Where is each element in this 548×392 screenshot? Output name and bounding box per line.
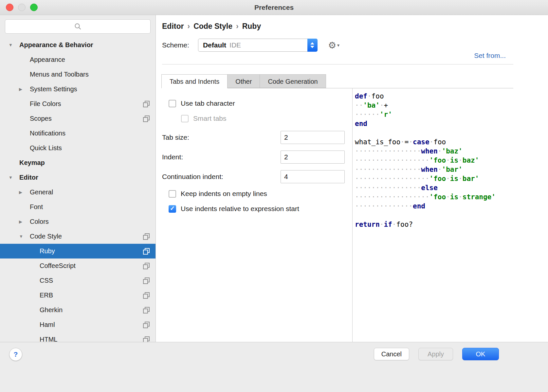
settings-search-field[interactable] — [5, 19, 151, 34]
sidebar-item-coffeescript[interactable]: CoffeeScript — [0, 258, 155, 273]
sidebar-item-scopes[interactable]: Scopes — [0, 111, 155, 126]
tabs-indents-form: Use tab character Smart tabs Tab size: I… — [156, 88, 352, 342]
copy-settings-icon[interactable] — [143, 277, 150, 284]
gear-menu-button[interactable]: ⚙▾ — [328, 40, 339, 51]
sidebar-item-notifications[interactable]: Notifications — [0, 126, 155, 141]
use-indents-relative-checkbox[interactable] — [169, 205, 176, 213]
code-line: def·foo — [355, 92, 548, 101]
code-line: ················when·'bar' — [355, 165, 548, 174]
titlebar: Preferences — [0, 0, 548, 15]
scheme-selected-suffix: IDE — [229, 41, 241, 49]
sidebar-item-system-settings[interactable]: ▶System Settings — [0, 82, 155, 97]
breadcrumb-ruby[interactable]: Ruby — [242, 22, 261, 30]
sidebar-item-appearance-behavior[interactable]: ▼Appearance & Behavior — [0, 38, 155, 52]
use-tab-character-checkbox[interactable] — [169, 100, 176, 107]
cancel-button[interactable]: Cancel — [374, 348, 409, 360]
tab-size-label: Tab size: — [162, 134, 281, 141]
copy-settings-icon[interactable] — [143, 322, 150, 328]
sidebar-item-editor[interactable]: ▼Editor — [0, 170, 155, 185]
continuation-indent-input[interactable] — [281, 170, 345, 183]
indent-input[interactable] — [281, 151, 345, 164]
copy-settings-icon[interactable] — [143, 307, 150, 313]
scheme-select[interactable]: Default IDE — [198, 39, 318, 52]
chevron-down-icon: ▾ — [337, 43, 339, 48]
tab-code-generation[interactable]: Code Generation — [260, 74, 326, 88]
sidebar-item-gherkin[interactable]: Gherkin — [0, 303, 155, 317]
set-from-link[interactable]: Set from... — [474, 52, 506, 59]
smart-tabs-label: Smart tabs — [193, 115, 227, 122]
code-line: ··················'foo·is·baz' — [355, 156, 548, 165]
apply-button[interactable]: Apply — [418, 348, 453, 360]
sidebar-item-css[interactable]: CSS — [0, 273, 155, 288]
sidebar-item-label: Colors — [30, 218, 49, 225]
breadcrumb-code-style[interactable]: Code Style — [193, 22, 232, 30]
sidebar-item-erb[interactable]: ERB — [0, 288, 155, 303]
triangle-down-icon[interactable]: ▼ — [9, 175, 19, 180]
sidebar-item-label: CoffeeScript — [40, 262, 76, 270]
settings-sidebar: ▼Appearance & BehaviorAppearanceMenus an… — [0, 15, 156, 342]
help-button[interactable]: ? — [9, 348, 22, 361]
tab-content: Use tab character Smart tabs Tab size: I… — [156, 88, 548, 342]
keep-indents-row[interactable]: Keep indents on empty lines — [169, 190, 352, 198]
sidebar-item-label: Haml — [40, 321, 55, 329]
settings-main-panel: Editor›Code Style›Ruby Scheme: Default I… — [156, 15, 548, 342]
ok-button[interactable]: OK — [462, 348, 499, 360]
sidebar-item-menus-and-toolbars[interactable]: Menus and Toolbars — [0, 67, 155, 82]
sidebar-item-colors[interactable]: ▶Colors — [0, 214, 155, 229]
tab-tabs-and-indents[interactable]: Tabs and Indents — [161, 74, 228, 88]
sidebar-tree: ▼Appearance & BehaviorAppearanceMenus an… — [0, 38, 155, 342]
stepper-down-icon — [310, 46, 314, 48]
tab-size-input[interactable] — [281, 131, 345, 144]
sidebar-item-file-colors[interactable]: File Colors — [0, 97, 155, 111]
window-title: Preferences — [0, 0, 548, 15]
copy-settings-icon[interactable] — [143, 116, 150, 122]
sidebar-item-general[interactable]: ▶General — [0, 185, 155, 200]
code-line: return·if·foo? — [355, 220, 548, 229]
triangle-down-icon[interactable]: ▼ — [19, 234, 30, 239]
code-line: what_is_foo·=·case·foo — [355, 137, 548, 147]
sidebar-item-haml[interactable]: Haml — [0, 317, 155, 332]
copy-settings-icon[interactable] — [143, 248, 150, 255]
triangle-right-icon[interactable]: ▶ — [19, 87, 30, 92]
sidebar-item-html[interactable]: HTML — [0, 332, 155, 342]
triangle-down-icon[interactable]: ▼ — [9, 43, 19, 47]
code-line — [355, 128, 548, 137]
copy-settings-icon[interactable] — [143, 336, 150, 342]
copy-settings-icon[interactable] — [143, 263, 150, 269]
set-from-row: Set from... — [156, 52, 548, 62]
sidebar-item-label: Font — [30, 203, 43, 211]
triangle-right-icon[interactable]: ▶ — [19, 190, 30, 195]
sidebar-item-label: Appearance — [30, 56, 65, 63]
use-indents-relative-label: Use indents relative to expression start — [181, 205, 299, 213]
sidebar-item-quick-lists[interactable]: Quick Lists — [0, 141, 155, 155]
code-line: ··················'foo·is·bar' — [355, 174, 548, 183]
use-tab-character-row[interactable]: Use tab character — [169, 99, 352, 107]
keep-indents-checkbox[interactable] — [169, 190, 176, 198]
tab-other[interactable]: Other — [228, 74, 260, 88]
sidebar-item-ruby[interactable]: Ruby — [0, 244, 155, 258]
code-line: ··············end — [355, 202, 548, 211]
sidebar-item-appearance[interactable]: Appearance — [0, 52, 155, 67]
sidebar-item-label: Keymap — [19, 159, 45, 167]
breadcrumb-separator: › — [232, 22, 242, 30]
triangle-right-icon[interactable]: ▶ — [19, 219, 30, 224]
sidebar-item-code-style[interactable]: ▼Code Style — [0, 229, 155, 244]
copy-settings-icon[interactable] — [143, 292, 150, 299]
use-indents-relative-row[interactable]: Use indents relative to expression start — [169, 205, 352, 213]
sidebar-item-label: Appearance & Behavior — [19, 41, 93, 49]
indent-label: Indent: — [162, 153, 281, 161]
header-divider — [162, 64, 513, 64]
sidebar-item-font[interactable]: Font — [0, 200, 155, 214]
code-line: ······'r' — [355, 110, 548, 119]
use-tab-character-label: Use tab character — [181, 99, 235, 107]
copy-settings-icon[interactable] — [143, 233, 150, 240]
breadcrumb-editor[interactable]: Editor — [162, 22, 184, 30]
copy-settings-icon[interactable] — [143, 101, 150, 107]
tab-bar: Tabs and IndentsOtherCode Generation — [161, 74, 513, 88]
code-line: ················when·'baz' — [355, 147, 548, 156]
sidebar-item-label: Quick Lists — [30, 144, 62, 152]
sidebar-item-label: Code Style — [30, 233, 62, 240]
sidebar-item-keymap[interactable]: Keymap — [0, 155, 155, 170]
sidebar-item-label: HTML — [40, 336, 57, 342]
select-stepper[interactable] — [307, 39, 318, 52]
